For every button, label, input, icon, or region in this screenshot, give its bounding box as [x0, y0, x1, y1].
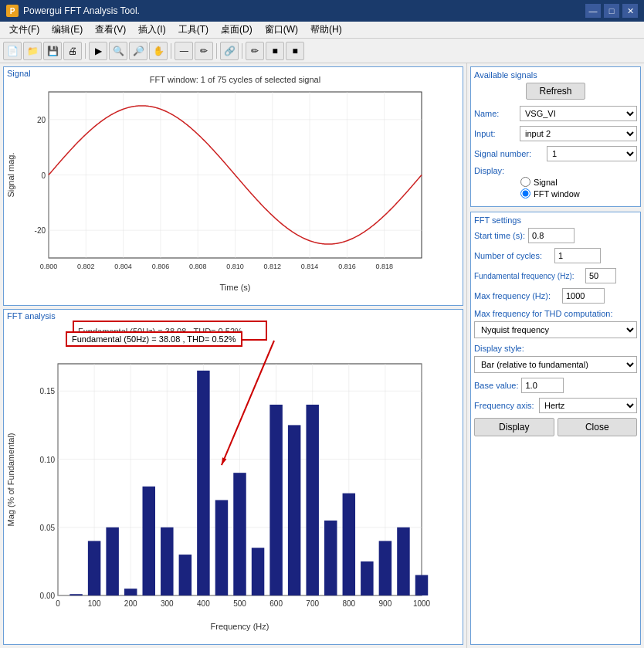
max-thd-select[interactable]: Nyquist frequency — [474, 321, 637, 338]
maximize-button[interactable]: □ — [604, 4, 619, 18]
display-style-label: Display style: — [474, 344, 524, 353]
name-label: Name: — [474, 109, 517, 118]
signal-radio-label: Signal — [534, 178, 558, 187]
print-button[interactable]: 🖨 — [63, 42, 82, 60]
close-button-settings[interactable]: Close — [558, 418, 638, 436]
menu-file[interactable]: 文件(F) — [3, 22, 46, 38]
fft-window-radio[interactable] — [520, 188, 530, 198]
left-panel: Signal FFT analysis Fundamental (50Hz) =… — [0, 63, 466, 648]
zoom-in-button[interactable]: 🔍 — [109, 42, 127, 60]
bottom-buttons: Display Close — [474, 418, 637, 436]
menu-desktop[interactable]: 桌面(D) — [215, 22, 259, 38]
num-cycles-input[interactable] — [554, 248, 601, 263]
max-thd-label: Max frequency for THD computation: — [474, 309, 613, 318]
main-content: Signal FFT analysis Fundamental (50Hz) =… — [0, 63, 644, 648]
toolbar-separator-3 — [216, 43, 217, 59]
cursor-button[interactable]: ▶ — [89, 42, 107, 60]
fund-freq-input[interactable] — [585, 268, 616, 283]
title-bar: P Powergui FFT Analysis Tool. — □ ✕ — [0, 0, 644, 22]
display-button[interactable]: Display — [474, 418, 554, 436]
start-time-label: Start time (s): — [474, 231, 525, 240]
zoom-out-button[interactable]: 🔎 — [129, 42, 147, 60]
save-button[interactable]: 💾 — [43, 42, 62, 60]
app-icon: P — [6, 5, 19, 17]
max-freq-input[interactable] — [562, 288, 605, 304]
menu-insert[interactable]: 插入(I) — [132, 22, 171, 38]
max-freq-label: Max frequency (Hz): — [474, 291, 559, 300]
signal-number-select[interactable]: 1 — [547, 146, 637, 161]
toolbar-separator-2 — [171, 43, 171, 59]
fft-settings-section: FFT settings Start time (s): Number of c… — [470, 212, 641, 645]
axes-button[interactable]: ■ — [266, 42, 284, 60]
input-label: Input: — [474, 129, 517, 138]
freq-axis-select[interactable]: Hertz — [539, 398, 637, 413]
menu-view[interactable]: 查看(V) — [89, 22, 132, 38]
num-cycles-label: Number of cycles: — [474, 251, 551, 260]
start-time-input[interactable] — [528, 228, 575, 243]
toolbar: 📄 📁 💾 🖨 ▶ 🔍 🔎 ✋ ⸻ ✏ 🔗 ✏ ■ ■ — [0, 39, 644, 63]
link-button[interactable]: 🔗 — [220, 42, 239, 60]
open-button[interactable]: 📁 — [23, 42, 42, 60]
grid-button[interactable]: ✏ — [246, 42, 264, 60]
base-value-label: Base value: — [474, 381, 518, 390]
menu-edit[interactable]: 编辑(E) — [46, 22, 89, 38]
close-button[interactable]: ✕ — [622, 4, 638, 18]
brush-button[interactable]: ✏ — [195, 42, 213, 60]
display-radio-group: Signal FFT window — [520, 177, 637, 198]
fft-window-radio-label: FFT window — [534, 189, 580, 198]
right-panel: Available signals Refresh Name: VSG_VI I… — [466, 63, 644, 648]
fft-panel-title: FFT analysis — [7, 311, 56, 321]
signal-number-label: Signal number: — [474, 149, 544, 158]
available-signals-title: Available signals — [474, 70, 637, 80]
window-title: Powergui FFT Analysis Tool. — [23, 5, 140, 16]
signal-plot: Signal — [3, 66, 463, 306]
fund-freq-label: Fundamental frequency (Hz): — [474, 272, 582, 280]
freq-axis-label: Frequency axis: — [474, 401, 536, 410]
name-select[interactable]: VSG_VI — [520, 106, 637, 121]
pan-button[interactable]: ✋ — [149, 42, 168, 60]
menu-tools[interactable]: 工具(T) — [172, 22, 215, 38]
menu-bar: 文件(F) 编辑(E) 查看(V) 插入(I) 工具(T) 桌面(D) 窗口(W… — [0, 22, 644, 39]
menu-help[interactable]: 帮助(H) — [304, 22, 348, 38]
display-label: Display: — [474, 166, 517, 175]
signal-radio[interactable] — [520, 177, 530, 187]
signal-panel-title: Signal — [7, 69, 31, 78]
fft-plot: FFT analysis Fundamental (50Hz) = 38.08 … — [3, 309, 463, 645]
menu-window[interactable]: 窗口(W) — [259, 22, 304, 38]
fft-annotation: Fundamental (50Hz) = 38.08 , THD= 0.52% — [66, 331, 242, 347]
toolbar-separator-1 — [85, 43, 86, 59]
toolbar-separator-4 — [242, 43, 242, 59]
insert-button[interactable]: ⸻ — [175, 42, 193, 60]
input-select[interactable]: input 2 — [520, 126, 637, 141]
colormap-button[interactable]: ■ — [286, 42, 304, 60]
base-value-input[interactable] — [521, 378, 564, 393]
available-signals-section: Available signals Refresh Name: VSG_VI I… — [470, 66, 641, 207]
display-style-select[interactable]: Bar (relative to fundamental) — [474, 356, 637, 373]
fft-settings-title: FFT settings — [474, 215, 637, 225]
refresh-button[interactable]: Refresh — [526, 83, 585, 100]
new-button[interactable]: 📄 — [3, 42, 22, 60]
minimize-button[interactable]: — — [585, 4, 601, 18]
